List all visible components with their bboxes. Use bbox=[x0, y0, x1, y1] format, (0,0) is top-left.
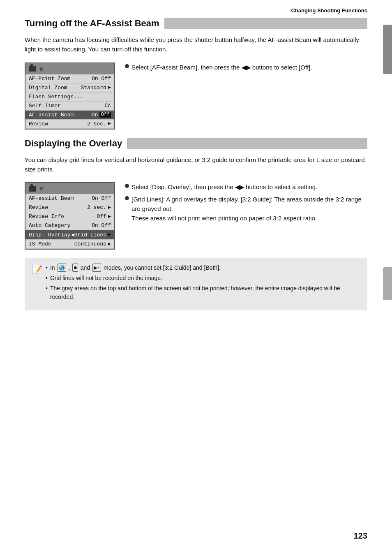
page-header: Changing Shooting Functions bbox=[0, 0, 392, 18]
menu1-row-digitalzoom: Digital Zoom Standard ► bbox=[25, 83, 114, 93]
menu2-row-afassistbeam: AF-assist Beam On Off bbox=[25, 194, 114, 203]
menu1-row-flashsettings: Flash Settings... bbox=[25, 93, 114, 102]
stitch-mode-icon: ■ bbox=[72, 264, 78, 272]
note-bullet-2: Grid lines will not be recorded on the i… bbox=[46, 274, 360, 282]
wrench-icon-2: ⚒ bbox=[39, 185, 43, 192]
section1-bullet-1: Select [AF-assist Beam], then press the … bbox=[125, 62, 367, 72]
movie-mode-icon: ▶･ bbox=[92, 264, 101, 272]
note-bullet-1: In 🌏, ■ and ▶･ modes, you cannot set [3:… bbox=[46, 264, 360, 272]
section1-heading: Turning off the AF-Assist Beam bbox=[25, 18, 367, 29]
section2-bullet-1: Select [Disp. Overlay], then press the ◀… bbox=[125, 182, 367, 192]
camera-menu-1: ⚒ AF-Point Zoom On Off Digital Zoom Stan… bbox=[25, 62, 115, 130]
right-tab-1 bbox=[383, 25, 392, 74]
note-box: 📝 In 🌏, ■ and ▶･ modes, you cannot set [… bbox=[25, 258, 367, 310]
menu1-row-afpointzoom: AF-Point Zoom On Off bbox=[25, 74, 114, 83]
camera-icon bbox=[29, 66, 36, 72]
note-bullets: In 🌏, ■ and ▶･ modes, you cannot set [3:… bbox=[46, 264, 360, 303]
menu2-header: ⚒ bbox=[25, 183, 114, 194]
menu2-row-dispoverlay: Disp. Overlay ◀Grid Lines ► bbox=[25, 230, 114, 240]
right-tab-2 bbox=[383, 267, 392, 300]
menu2-row-review: Review 2 sec. ► bbox=[25, 203, 114, 212]
section2-heading-bar bbox=[127, 138, 367, 149]
wrench-icon: ⚒ bbox=[39, 65, 43, 73]
bullet-dot-2 bbox=[125, 184, 129, 188]
camera-menu-2: ⚒ AF-assist Beam On Off Review 2 sec. ► … bbox=[25, 182, 115, 250]
menu1-row-selftimer: Self-Timer Čč bbox=[25, 102, 114, 111]
menu1-header: ⚒ bbox=[25, 63, 114, 74]
section2-content: ⚒ AF-assist Beam On Off Review 2 sec. ► … bbox=[25, 182, 367, 250]
page-number: 123 bbox=[354, 531, 367, 541]
note-pencil-icon: 📝 bbox=[32, 263, 42, 276]
section2-bullet-2: [Grid Lines]: A grid overlays the displa… bbox=[125, 194, 367, 223]
section1-instructions: Select [AF-assist Beam], then press the … bbox=[125, 62, 367, 75]
note-row: 📝 In 🌏, ■ and ▶･ modes, you cannot set [… bbox=[32, 264, 360, 303]
section2-instructions: Select [Disp. Overlay], then press the ◀… bbox=[125, 182, 367, 225]
bullet-dot-1 bbox=[125, 64, 129, 68]
menu1-row-review: Review 2 sec. ► bbox=[25, 120, 114, 129]
section1-body: When the camera has focusing difficultie… bbox=[25, 35, 367, 54]
menu1-row-afassistbeam: AF-assist Beam On Off bbox=[25, 111, 114, 120]
camera-icon-2 bbox=[29, 186, 36, 192]
section2-heading: Displaying the Overlay bbox=[25, 138, 367, 149]
menu2-row-reviewinfo: Review Info Off ► bbox=[25, 212, 114, 221]
section2-body: You can display grid lines for vertical … bbox=[25, 155, 367, 174]
menu2-row-ismode: IS Mode Continuous ► bbox=[25, 240, 114, 249]
scene-mode-icon: 🌏 bbox=[58, 264, 66, 272]
section1-heading-bar bbox=[164, 18, 367, 29]
section1-title: Turning off the AF-Assist Beam bbox=[25, 18, 159, 29]
bullet-dot-3 bbox=[125, 196, 129, 200]
menu2-row-autocategory: Auto Category On Off bbox=[25, 221, 114, 230]
section1-content: ⚒ AF-Point Zoom On Off Digital Zoom Stan… bbox=[25, 62, 367, 130]
section2-title: Displaying the Overlay bbox=[25, 138, 122, 149]
note-bullet-3: The gray areas on the top and bottom of … bbox=[46, 284, 360, 301]
